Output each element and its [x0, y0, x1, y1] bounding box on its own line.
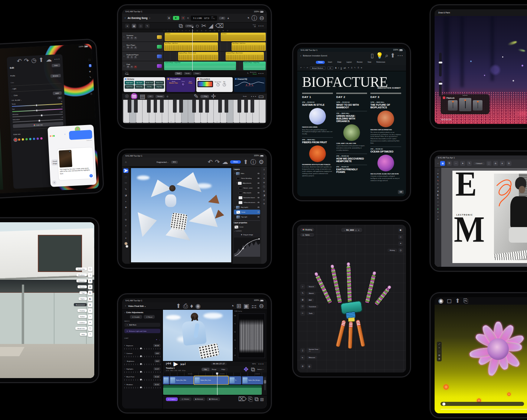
scenes-button[interactable]: Scenes▤	[74, 285, 92, 289]
more-icon[interactable]: ⋯	[454, 161, 458, 166]
document-page[interactable]: BIOFACTURE INNOVATION SUMMIT DAY 1 2PM —…	[297, 71, 406, 196]
render-viewport[interactable]: ⤢ ⌾ ⬚ ▤ ⊞	[435, 305, 527, 413]
layer-row[interactable]: Sweat...oster	[234, 186, 260, 190]
arpeggiator-icon[interactable]: ✛	[211, 93, 216, 99]
overwrite-icon[interactable]: ⧉	[251, 367, 255, 373]
track-lane[interactable]: Keyboard Player - Broken Chords Keyboard…	[164, 52, 267, 61]
undo-icon[interactable]: ↶	[17, 58, 22, 65]
lcd-display[interactable]: 5 1 1 086 127,0 4/4C maj	[191, 16, 217, 21]
document-title[interactable]: Biofacture Innovation Summit	[303, 55, 327, 57]
bullets-icon[interactable]: ☰	[357, 67, 359, 69]
erase-icon[interactable]: ⌫	[215, 23, 224, 29]
color-dot-blue[interactable]	[33, 138, 35, 140]
drag-handle[interactable]	[462, 95, 468, 96]
highlights-slider[interactable]	[124, 371, 160, 373]
cycle-icon[interactable]: ⟲	[187, 17, 189, 19]
disable-button[interactable]: ⊘ Disable	[130, 315, 142, 319]
color-dot-magenta[interactable]	[40, 137, 42, 140]
layer-row[interactable]: Yellow desaturation	[234, 200, 260, 205]
layer-row-selected[interactable]: Curve	[234, 210, 260, 214]
clone-tool[interactable]: ⌖	[123, 199, 128, 204]
search-icon[interactable]: ⌕	[385, 53, 389, 59]
project-title[interactable]: Video Final Edit ⌄	[128, 305, 146, 307]
loops-view-icon[interactable]: ◻	[138, 24, 143, 28]
scale-button[interactable]: Scale	[241, 95, 248, 98]
zoom-tool[interactable]: ⌕	[437, 215, 438, 217]
preset[interactable]: Dark Arp	[145, 85, 154, 89]
add-tool[interactable]: ⊞Add	[300, 298, 318, 302]
share-button[interactable]: Share	[230, 160, 241, 164]
styles-button[interactable]: Styles◧	[74, 296, 92, 301]
document-name[interactable]: Fragmented ⌄	[157, 161, 169, 163]
document-pill[interactable]: ⌂RH_0003◎⊖	[341, 228, 363, 232]
split-icon[interactable]: ✂	[201, 23, 206, 29]
copy-icon[interactable]: ⧉	[179, 23, 183, 29]
track-lane[interactable]: Keyboard Player - Simple Pad Keyboard Pl…	[164, 61, 267, 70]
mobile-view-icon[interactable]: ▯	[371, 53, 374, 59]
redo-icon[interactable]: ↷	[24, 58, 29, 64]
reset-button[interactable]: ↺ Reset	[144, 315, 155, 319]
more-icon[interactable]: ⋯	[251, 93, 256, 99]
play-surface-button[interactable]: ☞ Play	[200, 95, 209, 98]
font-name[interactable]: Antipol Medium	[310, 66, 325, 70]
boolean-icon[interactable]: ⧉	[507, 161, 511, 166]
appearance-icon[interactable]: ✦	[398, 241, 403, 246]
mute-button[interactable]: M	[127, 37, 130, 39]
region-icon[interactable]: ⬚	[438, 351, 440, 352]
layer-row[interactable]: Blue match	[234, 190, 260, 195]
transform-tool[interactable]: ⬚	[123, 175, 128, 179]
remove-attachment-icon[interactable]: ✕	[69, 151, 71, 152]
split-icon[interactable]: ⧉	[254, 396, 258, 402]
background-color-swatch[interactable]	[125, 245, 128, 248]
format-painter-icon[interactable]: ⛿	[307, 67, 308, 69]
shadows-button[interactable]: Shadows◑	[74, 273, 92, 278]
pencil-tool[interactable]: ✏	[437, 183, 439, 186]
piano-keyboard[interactable]: C2 C3 C4	[122, 99, 267, 124]
ellipse-tool[interactable]: ●	[437, 208, 438, 210]
tab-view[interactable]: View	[365, 61, 373, 64]
keyboard-size-icon[interactable]: ▭	[258, 93, 264, 99]
mode-edge[interactable]: Edge	[219, 368, 228, 371]
plugin-chromaglow[interactable]: ChromaGlow ModelModern Tube Drive StyleC…	[166, 77, 195, 92]
isolate-icon[interactable]: ⊘	[300, 364, 305, 369]
underline-button[interactable]: U	[341, 67, 342, 69]
exposure-slider[interactable]	[124, 348, 160, 350]
redo-icon[interactable]: ↷	[215, 159, 220, 165]
curves-graph[interactable]	[234, 237, 260, 257]
stop-button[interactable]: ■	[167, 16, 171, 20]
tab-draw[interactable]: Draw	[335, 61, 344, 64]
transform-tool[interactable]: ⤱Transform	[300, 304, 318, 309]
enhance-button[interactable]: ✦ Enhance Light and Color	[124, 329, 160, 333]
frame-thumbnail[interactable]	[448, 100, 458, 111]
fx-icon[interactable]: ✣	[263, 203, 265, 205]
settings-icon[interactable]: ⚙	[259, 159, 264, 165]
brush-tool[interactable]: ✎	[437, 180, 439, 182]
poster-artboard[interactable]: E LECTRONIC M USIC	[452, 171, 527, 263]
grid-icon[interactable]: ⊞	[438, 358, 440, 360]
dismiss-keyboard-button[interactable]: ⌨	[398, 190, 404, 194]
preset[interactable]: Synth Pluck	[125, 85, 134, 89]
mic-icon[interactable]: ♦	[190, 303, 193, 309]
menu-icon[interactable]: ☰	[447, 161, 452, 166]
detach-icon[interactable]: ⎘	[248, 396, 253, 402]
back-icon[interactable]: ‹	[64, 133, 65, 135]
edit-icon[interactable]: ☰	[89, 64, 92, 67]
node-icon[interactable]: ✎	[467, 161, 472, 166]
solo-button[interactable]: S	[130, 46, 133, 49]
pen-tool[interactable]: ✒	[437, 176, 439, 178]
mute-button[interactable]: M	[127, 66, 130, 68]
heal-tool[interactable]: ✚	[123, 205, 128, 210]
mask-icon[interactable]: ◨	[263, 194, 265, 197]
metronome-icon[interactable]: ♟	[227, 17, 229, 19]
add-mask-button[interactable]: ＋ Add Mask	[124, 323, 160, 327]
adjust-icon[interactable]: ◑	[264, 173, 265, 175]
slider-knob[interactable]	[442, 403, 445, 406]
affinity-canvas[interactable]: E LECTRONIC M USIC	[441, 168, 527, 267]
gradient-tool[interactable]: ◧	[437, 194, 439, 196]
region[interactable]: Bass Player - Indie Disco	[232, 42, 266, 51]
region[interactable]: Keyboard Player - Simple Pad	[164, 62, 236, 70]
browse-button[interactable]: Browse	[50, 74, 61, 78]
pencil-icon[interactable]: ✎	[194, 93, 199, 99]
export-icon[interactable]: ⎘	[464, 298, 468, 304]
drag-on-image-button[interactable]: ✥ Drag on image	[234, 233, 260, 237]
